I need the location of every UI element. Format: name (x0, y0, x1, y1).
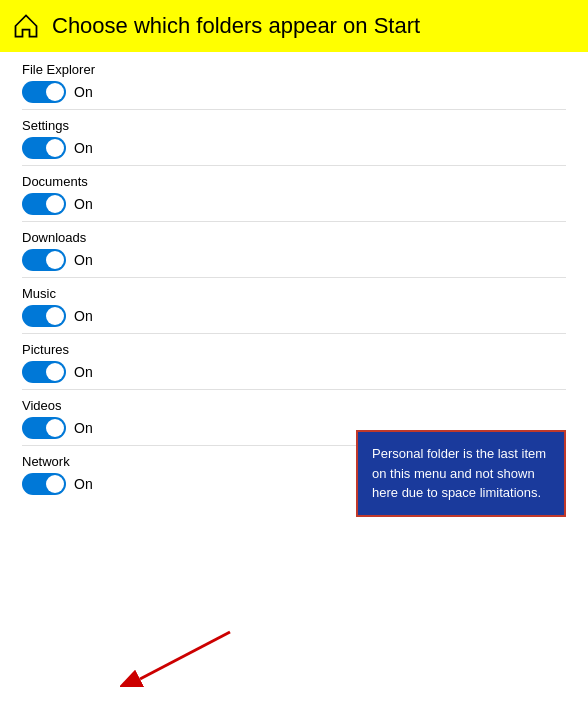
svg-line-1 (140, 632, 230, 679)
tooltip-box: Personal folder is the last item on this… (356, 430, 566, 517)
folder-label-downloads: Downloads (22, 230, 566, 245)
folder-label-pictures: Pictures (22, 342, 566, 357)
toggle-knob-downloads (46, 251, 64, 269)
toggle-knob-music (46, 307, 64, 325)
folder-label-documents: Documents (22, 174, 566, 189)
toggle-network[interactable] (22, 473, 66, 495)
folder-item-settings: Settings On (22, 118, 566, 166)
folder-item-downloads: Downloads On (22, 230, 566, 278)
folder-label-settings: Settings (22, 118, 566, 133)
toggle-knob-network (46, 475, 64, 493)
page-container: Choose which folders appear on Start Fil… (0, 0, 588, 705)
toggle-state-file-explorer: On (74, 84, 93, 100)
toggle-knob-file-explorer (46, 83, 64, 101)
divider-downloads (22, 277, 566, 278)
divider-file-explorer (22, 109, 566, 110)
folder-item-file-explorer: File Explorer On (22, 62, 566, 110)
toggle-state-music: On (74, 308, 93, 324)
tooltip-text: Personal folder is the last item on this… (372, 446, 546, 500)
toggle-state-downloads: On (74, 252, 93, 268)
toggle-pictures[interactable] (22, 361, 66, 383)
toggle-state-network: On (74, 476, 93, 492)
toggle-videos[interactable] (22, 417, 66, 439)
toggle-downloads[interactable] (22, 249, 66, 271)
folder-item-documents: Documents On (22, 174, 566, 222)
divider-settings (22, 165, 566, 166)
divider-documents (22, 221, 566, 222)
toggle-state-documents: On (74, 196, 93, 212)
folder-label-videos: Videos (22, 398, 566, 413)
toggle-knob-videos (46, 419, 64, 437)
folder-item-music: Music On (22, 286, 566, 334)
toggle-state-settings: On (74, 140, 93, 156)
toggle-music[interactable] (22, 305, 66, 327)
divider-music (22, 333, 566, 334)
home-icon (12, 12, 40, 40)
toggle-knob-pictures (46, 363, 64, 381)
toggle-documents[interactable] (22, 193, 66, 215)
toggle-state-pictures: On (74, 364, 93, 380)
toggle-knob-settings (46, 139, 64, 157)
toggle-knob-documents (46, 195, 64, 213)
divider-pictures (22, 389, 566, 390)
arrow-container (120, 627, 240, 691)
toggle-state-videos: On (74, 420, 93, 436)
toggle-file-explorer[interactable] (22, 81, 66, 103)
folder-label-music: Music (22, 286, 566, 301)
folder-item-pictures: Pictures On (22, 342, 566, 390)
arrow-icon (120, 627, 240, 687)
folder-label-file-explorer: File Explorer (22, 62, 566, 77)
page-title: Choose which folders appear on Start (52, 13, 420, 39)
header: Choose which folders appear on Start (0, 0, 588, 52)
toggle-settings[interactable] (22, 137, 66, 159)
